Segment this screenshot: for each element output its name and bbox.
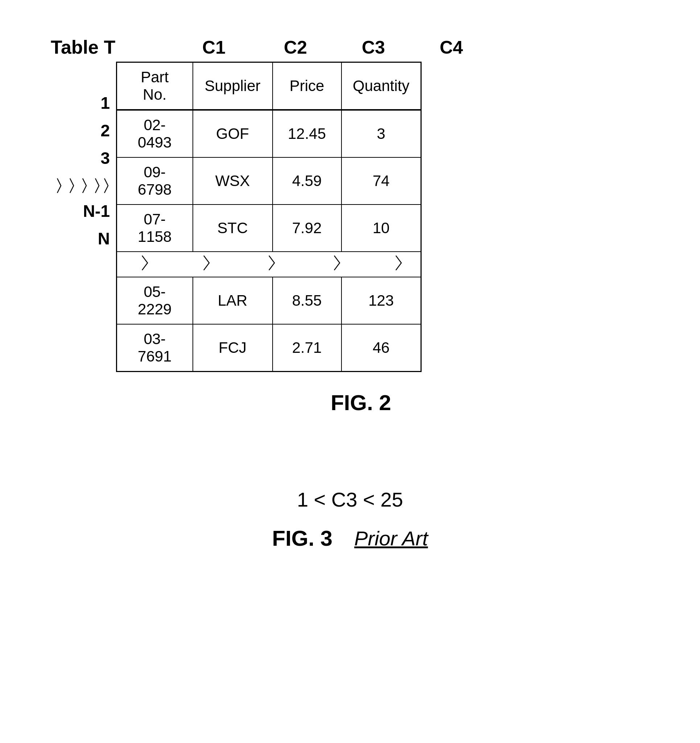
cell-supplier-3: STC xyxy=(193,204,273,252)
cell-price-n: 2.71 xyxy=(273,324,341,372)
row-label-1: 1 xyxy=(51,89,114,117)
row-label-3: 3 xyxy=(51,144,114,172)
cell-supplier-n: FCJ xyxy=(193,324,273,372)
fig3-caption-row: FIG. 3 Prior Art xyxy=(29,526,671,551)
col-header-c3: C3 xyxy=(337,37,410,58)
th-part-no: Part No. xyxy=(117,62,193,110)
fig3-caption: FIG. 3 xyxy=(272,526,333,551)
cell-quantity-1: 3 xyxy=(341,110,421,157)
table-row: 03-7691 FCJ 2.71 46 xyxy=(117,324,421,372)
expression-text: 1 < C3 < 25 xyxy=(29,488,671,511)
cell-part-no-3: 07-1158 xyxy=(117,204,193,252)
cell-part-no-1: 02-0493 xyxy=(117,110,193,157)
cell-supplier-2: WSX xyxy=(193,157,273,204)
cell-supplier-1: GOF xyxy=(193,110,273,157)
fig3-section: 1 < C3 < 25 FIG. 3 Prior Art xyxy=(29,488,671,551)
cell-quantity-3: 10 xyxy=(341,204,421,252)
cell-price-3: 7.92 xyxy=(273,204,341,252)
cell-price-2: 4.59 xyxy=(273,157,341,204)
cell-part-no-2: 09-6798 xyxy=(117,157,193,204)
table-with-labels: 1 2 3 xyxy=(51,62,671,372)
th-supplier: Supplier xyxy=(193,62,273,110)
data-table: Part No. Supplier Price Quantity 02-0493… xyxy=(116,62,422,372)
full-table-section: Table T C1 C2 C3 C4 1 2 xyxy=(51,36,671,372)
data-table-wrapper: Part No. Supplier Price Quantity 02-0493… xyxy=(116,62,422,372)
cell-part-no-n1: 05-2229 xyxy=(117,277,193,324)
cell-quantity-2: 74 xyxy=(341,157,421,204)
fig2-section: Table T C1 C2 C3 C4 1 2 xyxy=(51,36,671,415)
th-price: Price xyxy=(273,62,341,110)
cell-supplier-n1: LAR xyxy=(193,277,273,324)
table-row: 02-0493 GOF 12.45 3 xyxy=(117,110,421,157)
row-label-n: N xyxy=(51,225,114,252)
label-spacer xyxy=(51,62,114,89)
cell-price-1: 12.45 xyxy=(273,110,341,157)
page-container: Table T C1 C2 C3 C4 1 2 xyxy=(0,0,700,743)
table-row: 09-6798 WSX 4.59 74 xyxy=(117,157,421,204)
col-header-c4: C4 xyxy=(410,37,493,58)
cell-quantity-n1: 123 xyxy=(341,277,421,324)
cell-quantity-n: 46 xyxy=(341,324,421,372)
break-row xyxy=(117,252,421,277)
cell-price-n1: 8.55 xyxy=(273,277,341,324)
row-label-n1: N-1 xyxy=(51,197,114,225)
table-row: 05-2229 LAR 8.55 123 xyxy=(117,277,421,324)
th-quantity: Quantity xyxy=(341,62,421,110)
row-labels-col: 1 2 3 xyxy=(51,62,114,252)
fig2-caption: FIG. 2 xyxy=(51,390,671,415)
table-row: 07-1158 STC 7.92 10 xyxy=(117,204,421,252)
table-title: Table T xyxy=(51,36,174,58)
col-header-c2: C2 xyxy=(254,37,337,58)
prior-art-label: Prior Art xyxy=(354,527,428,550)
cell-part-no-n: 03-7691 xyxy=(117,324,193,372)
row-label-2: 2 xyxy=(51,117,114,144)
break-arrows xyxy=(51,172,114,197)
col-header-c1: C1 xyxy=(174,37,254,58)
